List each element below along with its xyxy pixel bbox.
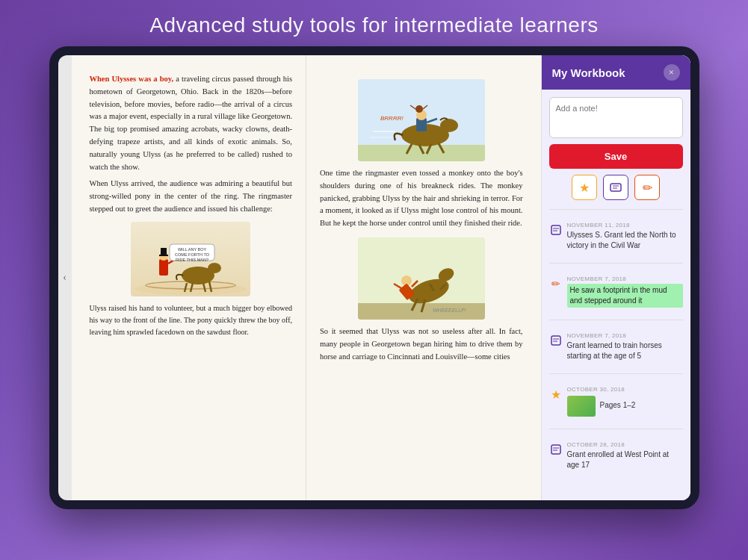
entry3-type-icon (549, 334, 563, 347)
workbook-body: Save ★ ✏ (542, 90, 690, 500)
pencil-tool-icon[interactable]: ✏ (634, 175, 660, 200)
svg-text:COME FORTH TO: COME FORTH TO (175, 252, 210, 257)
entry2-type-icon: ✏ (549, 277, 563, 290)
divider1 (549, 209, 683, 210)
note-tool-icon[interactable] (603, 175, 628, 200)
divider4 (549, 373, 683, 374)
svg-text:RIDE THIS MAN?: RIDE THIS MAN? (176, 258, 208, 262)
entry1-date: NOVEMBER 11, 2018 (567, 222, 683, 228)
page-title: Advanced study tools for intermediate le… (135, 0, 613, 46)
entry5-text: Grant enrolled at West Point at age 17 (567, 449, 683, 470)
workbook-entry-3: NOVEMBER 7, 2018 Grant learned to train … (549, 329, 683, 364)
svg-rect-50 (551, 225, 560, 234)
svg-point-28 (415, 105, 423, 113)
svg-text:WHEEEELLP!: WHEEEELLP! (433, 308, 466, 313)
entry5-date: OCTOBER 28, 2018 (567, 441, 683, 448)
tablet-device: ‹ When Ulysses was a boy, a traveling ci… (49, 46, 699, 509)
workbook-entry-5: OCTOBER 28, 2018 Grant enrolled at West … (549, 438, 683, 473)
entry4-type-icon: ★ (549, 388, 563, 401)
prev-page-button[interactable]: ‹ (58, 55, 72, 500)
svg-rect-10 (161, 248, 167, 255)
svg-text:BRRRR!: BRRRR! (380, 115, 404, 122)
entry3-text: Grant learned to train horses starting a… (567, 340, 683, 361)
divider5 (549, 429, 683, 429)
tool-icons-row: ★ ✏ (549, 175, 683, 200)
svg-point-20 (440, 119, 458, 132)
right-para2: So it seemed that Ulyss was not so usele… (320, 326, 523, 363)
entry1-type-icon (549, 223, 563, 237)
right-bottom-illustration: WHEEEELLP! (320, 237, 523, 320)
divider2 (549, 263, 683, 264)
svg-rect-56 (551, 445, 560, 454)
workbook-entry-2: ✏ NOVEMBER 7, 2018 He saw a footprint in… (549, 273, 683, 311)
workbook-panel: My Workbook × Save ★ (541, 55, 690, 500)
entry4-date: OCTOBER 30, 2018 (567, 386, 683, 393)
workbook-entry-4: ★ OCTOBER 30, 2018 Pages 1–2 (549, 383, 683, 420)
left-illustration: WILL ANY BOY COME FORTH TO RIDE THIS MAN… (90, 222, 293, 296)
right-page: BRRRR! One time the ringmaster even toss… (306, 55, 541, 500)
note-input[interactable] (549, 97, 683, 138)
workbook-entry-1: NOVEMBER 11, 2018 Ulysses S. Grant led t… (549, 219, 683, 254)
entry1-text: Ulysses S. Grant led the North to victor… (567, 230, 683, 251)
left-para2: When Ulyss arrived, the audience was adm… (90, 178, 293, 215)
divider3 (549, 320, 683, 320)
entry4-text: Pages 1–2 (600, 400, 636, 411)
right-para1: One time the ringmaster even tossed a mo… (320, 167, 523, 230)
svg-text:WILL ANY BOY: WILL ANY BOY (178, 247, 207, 252)
opening-red-text: When Ulysses was a boy, (90, 75, 174, 83)
right-top-illustration: BRRRR! (320, 79, 523, 161)
entry2-text: He saw a footprint in the mud and steppe… (567, 284, 683, 308)
entry4-thumbnail (567, 396, 596, 417)
entry2-content: NOVEMBER 7, 2018 He saw a footprint in t… (567, 276, 683, 308)
left-page: When Ulysses was a boy, a traveling circ… (72, 55, 307, 500)
svg-point-3 (208, 263, 221, 273)
left-caption: Ulyss raised his hand to volunteer, but … (90, 302, 293, 338)
workbook-header: My Workbook × (542, 55, 690, 90)
close-button[interactable]: × (664, 64, 680, 81)
save-button[interactable]: Save (549, 144, 683, 169)
svg-rect-47 (611, 184, 621, 191)
svg-rect-11 (159, 255, 168, 256)
entry2-date: NOVEMBER 7, 2018 (567, 276, 683, 282)
entry5-content: OCTOBER 28, 2018 Grant enrolled at West … (567, 441, 683, 470)
opening-text: a traveling circus passed through his ho… (90, 75, 293, 171)
tablet-screen: ‹ When Ulysses was a boy, a traveling ci… (58, 55, 690, 500)
entry3-content: NOVEMBER 7, 2018 Grant learned to train … (567, 332, 683, 361)
workbook-title: My Workbook (552, 66, 625, 79)
entry1-content: NOVEMBER 11, 2018 Ulysses S. Grant led t… (567, 222, 683, 251)
svg-rect-53 (551, 336, 560, 345)
book-content: When Ulysses was a boy, a traveling circ… (72, 55, 541, 500)
entry3-date: NOVEMBER 7, 2018 (567, 332, 683, 339)
star-tool-icon[interactable]: ★ (572, 175, 597, 200)
svg-rect-8 (159, 259, 168, 276)
entry5-type-icon (549, 443, 563, 456)
entry4-content: OCTOBER 30, 2018 Pages 1–2 (567, 386, 683, 417)
